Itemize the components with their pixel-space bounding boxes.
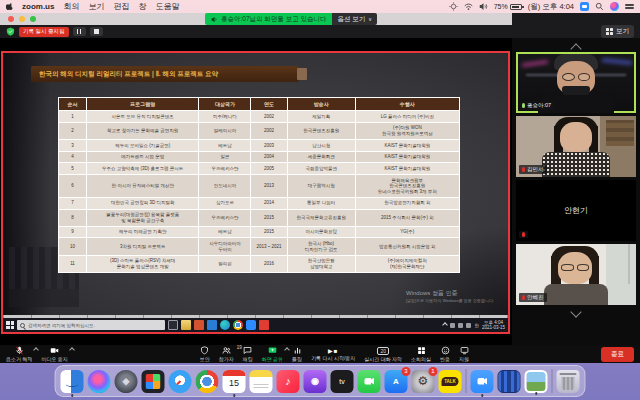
safari-dock-icon[interactable] xyxy=(169,370,192,393)
control-center-icon[interactable] xyxy=(625,2,634,11)
zoom-taskbar-icon[interactable] xyxy=(246,320,256,330)
live-transcript-button[interactable]: 20 실시간 대화 자막 xyxy=(364,347,402,362)
reactions-button[interactable]: 반응 xyxy=(440,346,450,362)
table-cell: (주)더원 WON 한국형 원격지원프로덕션 xyxy=(355,122,459,139)
tray-clock[interactable]: 오후 4:04 2021-03-15 xyxy=(482,320,505,331)
menubar-app-name[interactable]: zoom.us xyxy=(22,2,54,11)
wifi-icon[interactable] xyxy=(464,2,473,11)
calendar-dock-icon[interactable]: 15 xyxy=(223,370,246,393)
table-cell: (주)에이치제이컬처 (재)한국문화재단 xyxy=(355,255,459,272)
spotlight-search-icon[interactable] xyxy=(595,2,604,11)
participants-button[interactable]: 참가자 19 xyxy=(219,346,234,362)
security-button[interactable]: 보안 xyxy=(200,346,210,362)
table-cell: KAIST 문화기술대학원 xyxy=(355,151,459,163)
zoom-dock-icon[interactable] xyxy=(471,370,494,393)
share-options-caret-icon[interactable] xyxy=(284,347,290,353)
table-cell: 2016 xyxy=(251,255,287,272)
video-options-caret-icon[interactable] xyxy=(69,347,75,353)
edge-icon[interactable] xyxy=(220,320,230,330)
scroll-down-chevron-icon[interactable] xyxy=(569,309,583,317)
tray-language-indicator[interactable]: 한 xyxy=(474,323,479,328)
facetime-dock-icon[interactable] xyxy=(358,370,381,393)
menu-help[interactable]: 도움말 xyxy=(155,1,179,12)
participant-video-tile[interactable]: 김민서 xyxy=(516,116,636,177)
participants-count-badge: 19 xyxy=(237,345,242,350)
trash-dock-icon[interactable] xyxy=(557,370,580,393)
appstore-dock-icon[interactable]: A3 xyxy=(385,370,408,393)
table-cell: 2 xyxy=(59,122,87,139)
table-cell: 11 xyxy=(59,255,87,272)
menu-view[interactable]: 보기 xyxy=(88,1,104,12)
chrome-taskbar-icon[interactable] xyxy=(233,320,243,330)
minimize-window-button[interactable] xyxy=(19,16,25,22)
resume-recording-button[interactable] xyxy=(73,27,86,36)
podcasts-dock-icon[interactable]: ◉ xyxy=(304,370,327,393)
siri-icon[interactable] xyxy=(610,2,619,11)
close-window-button[interactable] xyxy=(8,16,14,22)
menu-window[interactable]: 창 xyxy=(138,1,146,12)
battery-indicator[interactable]: 75% xyxy=(494,3,522,10)
unmute-button[interactable]: 음소거 해제 xyxy=(6,346,32,362)
powerpoint-icon[interactable] xyxy=(194,320,204,330)
task-view-icon[interactable] xyxy=(168,320,178,330)
system-preferences-dock-icon[interactable]: ⚙1 xyxy=(412,370,435,393)
participant-video-tile[interactable]: 홍승아:07 xyxy=(516,52,636,113)
polls-label: 폴링 xyxy=(292,356,302,362)
table-header-cell: 연도 xyxy=(251,98,287,111)
file-explorer-icon[interactable] xyxy=(181,320,191,330)
polls-button[interactable]: 폴링 xyxy=(292,346,302,362)
widgets-dock-icon[interactable] xyxy=(142,370,165,393)
table-cell: 대한민국 공연장의 3D 디지털화 xyxy=(87,197,199,209)
resume-stop-record-icons: ▶■ xyxy=(328,347,338,354)
dock-divider xyxy=(466,369,467,393)
participant-video-tile[interactable]: 안혜진 xyxy=(516,244,636,305)
table-header-cell: 수행사 xyxy=(355,98,459,111)
preview-app-dock-icon[interactable] xyxy=(525,370,548,393)
windows-start-button[interactable] xyxy=(6,321,14,329)
participant-video-tile[interactable]: 안현기 xyxy=(516,180,636,241)
tray-expand-icon[interactable] xyxy=(443,322,449,328)
apple-logo-icon[interactable] xyxy=(6,3,14,11)
tray-date: 2021-03-15 xyxy=(482,325,505,330)
breakout-rooms-button[interactable]: 소회의실 xyxy=(411,346,431,362)
chat-label: 채팅 xyxy=(243,356,253,362)
breakout-rooms-label: 소회의실 xyxy=(411,356,431,362)
music-dock-icon[interactable]: ♪ xyxy=(277,370,300,393)
participant-name-label: 김민서 xyxy=(519,165,547,174)
view-mode-button[interactable]: 보기 xyxy=(601,25,634,38)
end-meeting-button[interactable]: 종료 xyxy=(601,347,634,362)
stop-video-button[interactable]: 비디오 중지 xyxy=(41,346,67,362)
menubar-clock[interactable]: (월) 오후 4:04 xyxy=(528,2,574,12)
hancom-icon[interactable] xyxy=(259,320,269,330)
scroll-up-chevron-icon[interactable] xyxy=(569,42,583,50)
launchpad-dock-icon[interactable]: ◆ xyxy=(115,370,138,393)
siri-dock-icon[interactable] xyxy=(88,370,111,393)
appletv-dock-icon[interactable]: tv xyxy=(331,370,354,393)
windows-search-box[interactable]: 검색하려면 여기에 입력하십시오. xyxy=(17,320,165,330)
volume-icon[interactable] xyxy=(479,2,488,11)
keyboard-brightness-icon[interactable] xyxy=(449,2,458,11)
chrome-dock-icon[interactable] xyxy=(196,370,219,393)
meeting-info-shield-icon[interactable] xyxy=(6,27,15,36)
macos-dock: ◆15♪◉tvA3⚙1 xyxy=(55,365,586,397)
tray-icon-1[interactable] xyxy=(450,323,455,328)
tray-icon-3[interactable] xyxy=(466,323,471,328)
view-options-dropdown[interactable]: 옵션 보기 ∨ xyxy=(332,13,376,25)
menu-edit[interactable]: 편집 xyxy=(113,1,129,12)
finder-dock-icon[interactable] xyxy=(61,370,84,393)
blue-app-dock-icon[interactable] xyxy=(498,370,521,393)
tray-icon-2[interactable] xyxy=(458,323,463,328)
kakaotalk-dock-icon[interactable] xyxy=(439,370,462,393)
chat-button[interactable]: 채팅 xyxy=(243,346,253,362)
record-controls-button[interactable]: ▶■ 기록 다시 시작/중지 xyxy=(311,347,355,361)
outlook-icon[interactable] xyxy=(207,320,217,330)
notes-dock-icon[interactable] xyxy=(250,370,273,393)
mic-options-caret-icon[interactable] xyxy=(34,347,40,353)
zoom-app-menubar-icon[interactable] xyxy=(580,2,589,11)
share-screen-button[interactable]: 화면 공유 xyxy=(262,346,283,362)
support-button[interactable]: 지원 xyxy=(459,346,469,362)
fullscreen-window-button[interactable] xyxy=(30,16,36,22)
stop-recording-button[interactable] xyxy=(90,27,103,36)
caption-label: 실시간 대화 자막 xyxy=(364,356,402,362)
menu-meeting[interactable]: 회의 xyxy=(63,1,79,12)
